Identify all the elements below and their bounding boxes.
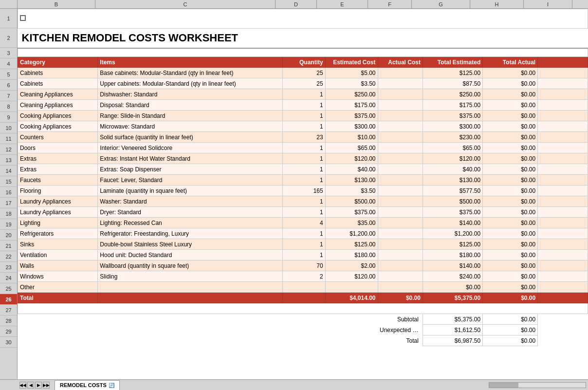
col-header-b[interactable]: B <box>18 0 95 8</box>
header-quantity: Quantity <box>283 57 325 68</box>
sheet-tab-label: REMODEL COSTS <box>60 382 107 388</box>
row-num-28[interactable]: 28 <box>0 316 17 326</box>
row-num-25[interactable]: 25 <box>0 283 17 294</box>
row-num-27[interactable]: 27 <box>0 305 17 316</box>
unexpected-act: $0.00 <box>483 325 538 335</box>
row-num-20[interactable]: 20 <box>0 230 17 241</box>
col-header-e[interactable]: E <box>317 0 368 8</box>
col-header-c[interactable]: C <box>95 0 276 8</box>
row-num-29[interactable]: 29 <box>0 326 17 337</box>
header-row: Category Items Quantity Estimated Cost A… <box>18 57 588 68</box>
col-header-d[interactable]: D <box>276 0 317 8</box>
row-num-13[interactable]: 13 <box>0 155 17 166</box>
row-num-21[interactable]: 21 <box>0 241 17 251</box>
worksheet-title: KITCHEN REMODEL COSTS WORKSHEET <box>22 32 239 44</box>
tab-bar: ◀◀ ◀ ▶ ▶▶ REMODEL COSTS 🔄 <box>0 379 588 390</box>
unexpected-label: Unexpected Costs - Add 30% <box>378 325 423 335</box>
total-label: Total <box>18 293 98 303</box>
row-1 <box>18 9 588 29</box>
row-num-4[interactable]: 4 <box>0 58 17 69</box>
row-num-30[interactable]: 30 <box>0 337 17 348</box>
sheet-tab[interactable]: REMODEL COSTS 🔄 <box>55 380 120 390</box>
table-row: Refrigerators Refrigerator: Freestanding… <box>18 228 588 239</box>
table-row: Walls Wallboard (quantity in square feet… <box>18 260 588 271</box>
grand-total-label: Total <box>378 335 423 346</box>
tab-nav-last[interactable]: ▶▶ <box>43 382 50 389</box>
row-num-3[interactable]: 3 <box>0 48 17 58</box>
table-row: Doors Interior: Veneered Solidcore 1 $65… <box>18 143 588 153</box>
row-num-12[interactable]: 12 <box>0 144 17 155</box>
row-num-10[interactable]: 10 <box>0 123 17 133</box>
table-row: Laundry Appliances Washer: Standard 1 $5… <box>18 196 588 207</box>
table-row: Cooking Appliances Microwave: Standard 1… <box>18 121 588 132</box>
tab-nav-next[interactable]: ▶ <box>35 382 42 389</box>
table-row: Cooking Appliances Range: Slide-in Stand… <box>18 111 588 121</box>
subtotal-row: Subtotal $5,375.00 $0.00 <box>18 314 588 325</box>
header-items: Items <box>98 57 283 68</box>
col-header-f[interactable]: F <box>368 0 412 8</box>
table-row: Ventilation Hood unit: Ducted Standard 1… <box>18 250 588 260</box>
table-row: Faucets Faucet: Lever, Standard 1 $130.0… <box>18 175 588 186</box>
table-row: Laundry Appliances Dryer: Standard 1 $37… <box>18 207 588 218</box>
subtotal-act: $0.00 <box>483 314 538 325</box>
row-num-17[interactable]: 17 <box>0 198 17 208</box>
row-27 <box>18 303 588 314</box>
table-row: Cabinets Base cabinets: Modular-Standard… <box>18 68 588 78</box>
row-num-8[interactable]: 8 <box>0 101 17 112</box>
row-num-19[interactable]: 19 <box>0 219 17 230</box>
grand-total-est: $6,987.50 <box>423 335 482 346</box>
table-row: Flooring Laminate (quantity in square fe… <box>18 186 588 196</box>
row-num-5[interactable]: 5 <box>0 69 17 80</box>
corner-cell <box>0 0 18 8</box>
row-num-6[interactable]: 6 <box>0 80 17 91</box>
row-num-26[interactable]: 26 <box>0 294 17 305</box>
header-actual: Actual Cost <box>378 57 423 68</box>
horizontal-scrollbar-area <box>121 382 588 388</box>
total-estimated: $4,014.00 <box>325 293 378 303</box>
grand-total-act: $0.00 <box>483 335 538 346</box>
subtotal-est: $5,375.00 <box>423 314 482 325</box>
scrollbar-thumb[interactable] <box>489 383 518 388</box>
row-num-1[interactable]: 1 <box>0 9 17 28</box>
table-row: Lighting Lighting: Recessed Can 4 $35.00… <box>18 218 588 228</box>
row-num-14[interactable]: 14 <box>0 166 17 176</box>
row-num-11[interactable]: 11 <box>0 133 17 144</box>
col-header-i[interactable]: I <box>524 0 572 8</box>
total-total-est: $5,375.00 <box>423 293 482 303</box>
header-category: Category <box>18 57 98 68</box>
main-table: KITCHEN REMODEL COSTS WORKSHEET Category… <box>18 9 588 346</box>
total-total-act: $0.00 <box>483 293 538 303</box>
row-num-18[interactable]: 18 <box>0 208 17 219</box>
unexpected-row: Unexpected Costs - Add 30% $1,612.50 $0.… <box>18 325 588 335</box>
row-numbers: 1 2 3 4 5 6 7 8 9 10 11 12 13 14 15 16 1… <box>0 9 18 379</box>
row-num-7[interactable]: 7 <box>0 91 17 101</box>
row-num-24[interactable]: 24 <box>0 273 17 283</box>
table-row: Windows Sliding 2 $120.00 $240.00 $0.00 <box>18 271 588 282</box>
tab-nav-first[interactable]: ◀◀ <box>19 382 26 389</box>
row-num-16[interactable]: 16 <box>0 187 17 198</box>
table-row: Other $0.00 $0.00 <box>18 282 588 293</box>
header-estimated: Estimated Cost <box>325 57 378 68</box>
table-row: Counters Solid surface (quantity in line… <box>18 132 588 143</box>
column-header-row: B C D E F G H I <box>0 0 588 9</box>
header-total-est: Total Estimated <box>423 57 482 68</box>
row-3 <box>18 48 588 57</box>
table-row: Extras Extras: Instant Hot Water Standar… <box>18 153 588 164</box>
row-num-2[interactable]: 2 <box>0 28 17 48</box>
title-row: KITCHEN REMODEL COSTS WORKSHEET <box>18 29 588 48</box>
tab-navigation: ◀◀ ◀ ▶ ▶▶ <box>19 382 50 389</box>
subtotal-label: Subtotal <box>378 314 423 325</box>
tab-nav-prev[interactable]: ◀ <box>27 382 34 389</box>
row-num-15[interactable]: 15 <box>0 176 17 187</box>
row-num-22[interactable]: 22 <box>0 251 17 262</box>
col-header-h[interactable]: H <box>470 0 524 8</box>
horizontal-scrollbar[interactable] <box>489 382 586 388</box>
row-num-23[interactable]: 23 <box>0 262 17 273</box>
header-total-act: Total Actual <box>483 57 538 68</box>
table-row: Cleaning Appliances Disposal: Standard 1… <box>18 100 588 111</box>
spreadsheet-container: B C D E F G H I 1 2 3 4 5 6 7 8 9 10 11 … <box>0 0 588 390</box>
row-num-9[interactable]: 9 <box>0 112 17 123</box>
col-header-g[interactable]: G <box>412 0 470 8</box>
table-area: KITCHEN REMODEL COSTS WORKSHEET Category… <box>18 9 588 379</box>
total-row: Total $4,014.00 $0.00 $5,375.00 $0.00 <box>18 293 588 303</box>
